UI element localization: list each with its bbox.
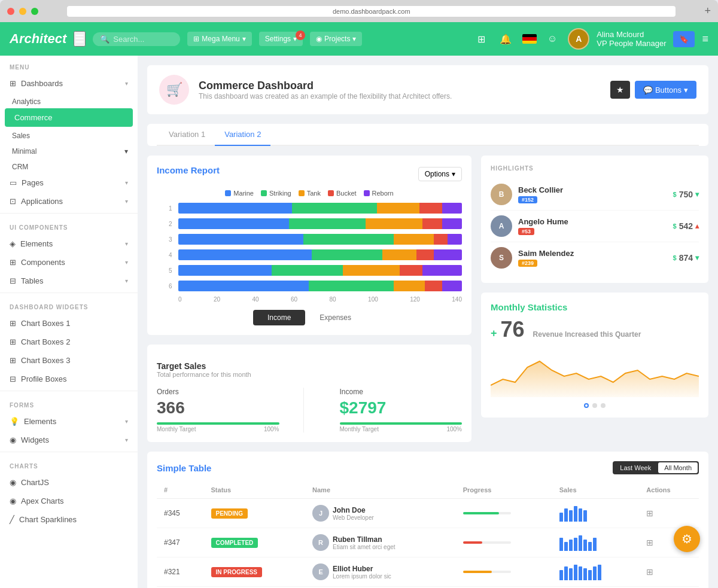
highlight-badge-angelo: #53 [518,228,534,235]
legend: Marine Striking Tank Bucket Reborn [157,190,462,197]
chartbox1-icon: ⊞ [10,319,16,328]
orders-progress: 100% [264,426,279,432]
ui-components-section-label: UI COMPONENTS [0,216,138,234]
avatar-angelo: A [491,215,512,237]
sidebar-item-chart-boxes-1[interactable]: ⊞ Chart Boxes 1 [0,314,138,333]
sidebar-item-dashboards[interactable]: ⊞ Dashboards ▾ [0,74,138,93]
flag-icon [522,34,537,44]
dashboard-icon: ⊞ [10,79,16,88]
cell-id: #347 [157,528,204,557]
chevron-down-icon: ▾ [452,170,455,178]
search-wrap: 🔍 [93,32,180,46]
avatar-beck: B [491,184,512,205]
grid-icon-button[interactable]: ⊞ [474,30,489,48]
highlight-amount-saim: 874 [679,253,693,263]
charts-section-label: CHARTS [0,455,138,473]
sidebar-item-chartjs[interactable]: ◉ ChartJS [0,473,138,492]
smiley-icon-button[interactable]: ☺ [544,30,561,48]
search-icon: 🔍 [100,35,109,44]
form-widgets-icon: ◉ [10,435,16,444]
monthly-dot-3[interactable] [601,403,606,408]
buttons-button[interactable]: 💬 Buttons ▾ [635,81,696,99]
income-toggle-button[interactable]: Income [253,310,305,325]
sidebar-item-crm[interactable]: CRM [0,158,138,173]
table-row: #345 PENDING J John Doe Web Developer [157,499,699,528]
sidebar-item-applications[interactable]: ⊡ Applications ▾ [0,192,138,211]
browser-plus-icon[interactable]: + [704,5,711,17]
sidebar-item-chart-boxes-2[interactable]: ⊞ Chart Boxes 2 [0,333,138,351]
chevron-down-icon: ▾ [125,80,128,87]
sidebar-item-pages[interactable]: ▭ Pages ▾ [0,173,138,192]
col-progress: Progress [456,482,552,499]
cell-actions[interactable]: ⊞ [639,557,699,587]
settings-button[interactable]: 4 Settings ▾ [259,32,303,46]
sidebar-item-analytics[interactable]: Analytics [0,93,138,108]
blue-icon-button[interactable]: 🔖 [673,31,695,47]
nav-lines-button[interactable]: ≡ [702,33,708,45]
settings-badge: 4 [296,31,305,40]
sidebar-item-elements[interactable]: ◈ Elements ▾ [0,234,138,253]
star-button[interactable]: ★ [610,81,630,99]
highlight-name-angelo: Angelo Hume [518,217,568,226]
target-sales-title: Target Sales [157,361,462,371]
sidebar-item-form-widgets[interactable]: ◉ Widgets ▾ [0,431,138,449]
cell-id: #321 [157,557,204,587]
col-actions: Actions [639,482,699,499]
sidebar-item-profile-boxes[interactable]: ⊟ Profile Boxes [0,370,138,388]
monthly-dot-2[interactable] [592,403,597,408]
monthly-stat-value: 76 [501,317,525,342]
target-sales-subtitle: Total performance for this month [157,371,462,378]
expenses-toggle-button[interactable]: Expenses [305,310,366,325]
highlight-name-saim: Saim Melendez [518,249,574,258]
chevron-down-icon: ▾ [125,198,128,205]
sidebar-item-tables[interactable]: ⊟ Tables ▾ [0,272,138,290]
avatar-saim: S [491,247,512,269]
orders-monthly-label: Monthly Target [157,426,196,432]
sidebar-item-apex-charts[interactable]: ◉ Apex Charts [0,492,138,510]
all-month-button[interactable]: All Month [658,462,698,473]
page-subtitle: This dashboard was created as an example… [199,92,452,100]
sidebar-item-chart-boxes-3[interactable]: ⊞ Chart Boxes 3 [0,351,138,370]
hamburger-button[interactable]: ☰ [74,31,86,47]
sidebar-item-commerce[interactable]: Commerce [5,108,133,127]
col-sales: Sales [552,482,640,499]
chevron-down-icon: ▾ [242,35,246,43]
sidebar-item-sales[interactable]: Sales [0,127,138,142]
sidebar-item-minimal[interactable]: Minimal ▾ [0,142,138,158]
last-week-button[interactable]: Last Week [614,462,657,473]
projects-icon: ◉ [316,35,322,43]
browser-dot-yellow[interactable] [19,8,26,15]
income-report-card: Income Report Options ▾ Marine Striking … [147,156,471,335]
projects-button[interactable]: ◉ Projects ▾ [310,32,362,46]
browser-dot-red[interactable] [7,8,14,15]
tab-variation1[interactable]: Variation 1 [159,124,215,146]
sidebar-item-form-elements[interactable]: 💡 Elements ▾ [0,412,138,431]
sidebar-item-components[interactable]: ⊞ Components ▾ [0,253,138,272]
sidebar-item-chart-sparklines[interactable]: ╱ Chart Sparklines [0,510,138,529]
cell-actions[interactable]: ⊞ [639,499,699,528]
cell-status: IN PROGRESS [204,557,306,587]
fab-gear-button[interactable]: ⚙ [674,526,700,552]
tab-variation2[interactable]: Variation 2 [215,124,270,146]
search-input[interactable] [113,35,173,44]
simple-table-card: Simple Table Last Week All Month # Statu… [147,452,708,588]
cell-sales [552,499,640,528]
orders-value: 366 [157,398,279,418]
browser-address-bar[interactable]: demo.dashboardpack.com [67,6,676,17]
bell-icon-button[interactable]: 🔔 [496,30,515,48]
chevron-down-icon: ▾ [684,86,688,95]
monthly-dot-1[interactable] [584,403,589,408]
chartjs-icon: ◉ [10,478,16,487]
chevron-down-icon: ▾ [125,240,128,247]
options-button[interactable]: Options ▾ [418,167,462,181]
brand-logo: Architect [10,31,66,47]
browser-dot-green[interactable] [31,8,38,15]
income-report-title: Income Report [157,165,220,175]
cell-progress [456,499,552,528]
mega-menu-button[interactable]: ⊞ Mega Menu ▾ [187,32,251,46]
chevron-down-icon: ▾ [125,179,128,186]
avatar: A [568,28,589,50]
user-name: Alina Mclourd [597,30,666,39]
highlight-name-beck: Beck Collier [518,185,563,194]
highlight-row-angelo: A Angelo Hume #53 $ 542 ▴ [491,211,699,242]
